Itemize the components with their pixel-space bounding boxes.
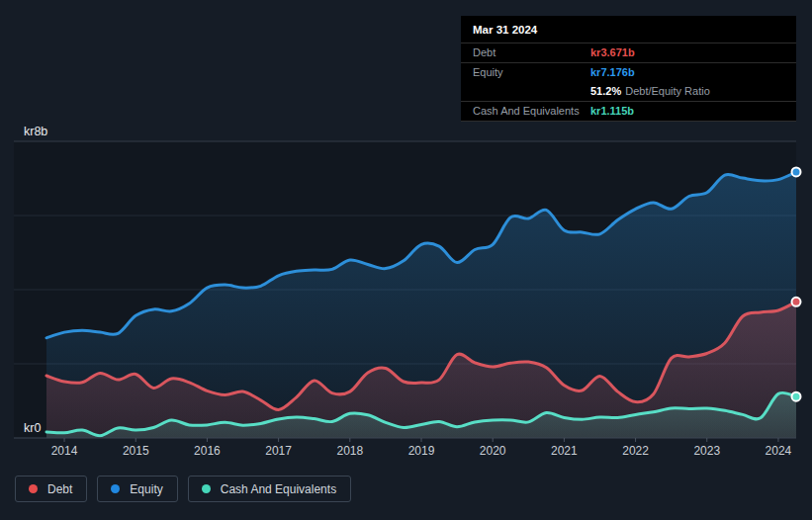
legend-label-equity: Equity [130, 482, 162, 496]
tooltip-debt-row: Debt kr3.671b [461, 43, 796, 63]
x-tick-label-2021: 2021 [551, 444, 578, 458]
tooltip-cash-row: Cash And Equivalents kr1.115b [461, 102, 796, 122]
x-tick-label-2024: 2024 [766, 444, 792, 458]
legend-item-cash[interactable]: Cash And Equivalents [188, 476, 351, 502]
tooltip-ratio-row: 51.2%Debt/Equity Ratio [461, 82, 796, 102]
chart-tooltip: Mar 31 2024 Debt kr3.671b Equity kr7.176… [461, 16, 796, 122]
legend-label-cash: Cash And Equivalents [221, 482, 336, 496]
x-tick-label-2017: 2017 [265, 444, 292, 458]
legend-item-debt[interactable]: Debt [15, 476, 87, 502]
tooltip-cash-label: Cash And Equivalents [473, 105, 590, 118]
legend-label-debt: Debt [47, 482, 72, 496]
equity-series-dot [111, 484, 120, 493]
chart-legend: Debt Equity Cash And Equivalents [15, 476, 351, 502]
tooltip-cash-value: kr1.115b [590, 105, 634, 118]
tooltip-equity-value: kr7.176b [590, 66, 635, 79]
debt-endpoint-marker [792, 298, 801, 306]
x-tick-label-2014: 2014 [51, 444, 78, 458]
x-tick-label-2019: 2019 [408, 444, 435, 458]
debt-equity-history-chart: 2014201520162017201820192020202120222023… [0, 0, 812, 520]
cash-endpoint-marker [792, 392, 801, 401]
x-tick-label-2018: 2018 [336, 444, 363, 458]
tooltip-equity-row: Equity kr7.176b [461, 63, 796, 82]
tooltip-equity-label: Equity [473, 66, 590, 79]
x-tick-label-2020: 2020 [480, 444, 506, 458]
debt-series-dot [29, 484, 38, 493]
x-tick-label-2015: 2015 [123, 444, 149, 458]
x-tick-label-2023: 2023 [693, 444, 720, 458]
tooltip-date: Mar 31 2024 [461, 16, 796, 43]
equity-endpoint-marker [792, 167, 801, 176]
x-tick-label-2022: 2022 [622, 444, 649, 458]
y-axis-label-min: kr0 [24, 421, 41, 435]
tooltip-ratio-value: 51.2% [590, 85, 621, 97]
x-tick-label-2016: 2016 [194, 444, 221, 458]
legend-item-equity[interactable]: Equity [97, 476, 177, 502]
tooltip-debt-label: Debt [473, 46, 590, 59]
tooltip-ratio-label: Debt/Equity Ratio [625, 85, 710, 97]
y-axis-label-max: kr8b [24, 125, 47, 138]
cash-series-dot [202, 484, 211, 493]
tooltip-debt-value: kr3.671b [590, 46, 635, 59]
